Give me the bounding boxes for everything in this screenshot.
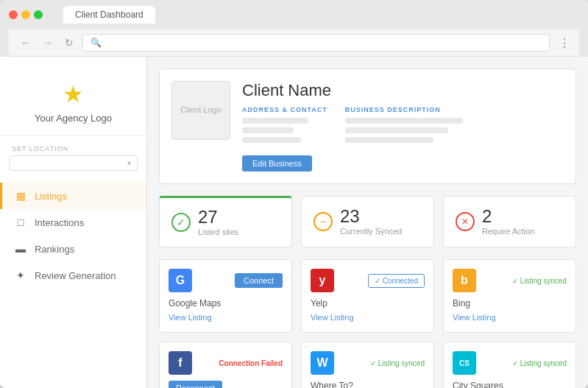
business-line-3 — [345, 137, 433, 143]
x-circle-icon: ✕ — [456, 212, 475, 231]
listings-grid: G Connect Google Maps View Listing y ✓ C… — [159, 259, 576, 388]
edit-business-button[interactable]: Edit Business — [242, 155, 312, 172]
listing-name: Bing — [453, 298, 567, 308]
main-content: Client Logo Client Name Address & Contac… — [147, 57, 588, 388]
stat-label: Listed sites — [198, 227, 238, 236]
sidebar-item-label: Interactions — [35, 217, 84, 228]
rankings-icon: ▬ — [14, 243, 27, 255]
browser-chrome: Client Dashboard ← → ↻ 🔍 ⋮ — [0, 0, 588, 57]
review-icon: ✦ — [14, 269, 27, 281]
business-section-title: Business Description — [345, 106, 463, 113]
stat-label: Currently Synced — [340, 227, 402, 236]
refresh-button[interactable]: ↻ — [62, 35, 77, 50]
star-icon: ★ — [63, 80, 84, 108]
view-listing-link[interactable]: View Listing — [453, 313, 496, 322]
browser-nav: ← → ↻ 🔍 ⋮ — [9, 29, 579, 57]
list-item: y ✓ Connected Yelp View Listing — [301, 259, 434, 333]
sidebar-item-listings[interactable]: ▦ Listings — [0, 183, 146, 209]
minus-circle-icon: − — [314, 212, 333, 231]
synced-label: ✓ Listing synced — [370, 359, 425, 367]
check-icon: ✓ — [375, 277, 380, 285]
google-maps-logo: G — [169, 269, 192, 292]
client-logo: Client Logo — [171, 81, 230, 140]
search-icon: 🔍 — [91, 38, 102, 48]
tab-title: Client Dashboard — [75, 10, 144, 20]
sidebar-item-label: Review Generation — [35, 270, 116, 281]
maximize-traffic-light[interactable] — [34, 10, 43, 19]
sidebar-item-label: Rankings — [35, 244, 74, 255]
sidebar-item-interactions[interactable]: □ Interactions — [0, 209, 146, 236]
business-line-2 — [345, 127, 448, 133]
connection-failed-area: Connection Failed — [219, 359, 283, 367]
citysquares-logo: CS — [453, 351, 476, 375]
listing-header: f Connection Failed — [169, 351, 283, 375]
chevron-down-icon: ▾ — [127, 159, 131, 167]
stat-listed: ✓ 27 Listed sites — [159, 196, 292, 247]
client-sections: Address & Contact Business Description — [242, 106, 564, 147]
stat-info: 2 Require Action — [482, 208, 535, 236]
interactions-icon: □ — [14, 216, 27, 228]
sidebar-item-review-generation[interactable]: ✦ Review Generation — [0, 262, 146, 289]
view-listing-link[interactable]: View Listing — [311, 313, 354, 322]
listing-name: Yelp — [311, 298, 425, 308]
sidebar-item-rankings[interactable]: ▬ Rankings — [0, 236, 146, 262]
check-circle-icon: ✓ — [512, 359, 518, 367]
business-line-1 — [345, 118, 463, 124]
agency-logo-area: ★ Your Agency Logo — [0, 68, 146, 136]
stat-action: ✕ 2 Require Action — [443, 196, 576, 247]
back-button[interactable]: ← — [18, 35, 34, 50]
synced-label: ✓ Listing synced — [512, 359, 567, 367]
stat-label: Require Action — [482, 227, 535, 236]
address-line-2 — [242, 127, 294, 133]
stat-info: 23 Currently Synced — [340, 208, 402, 236]
address-bar[interactable]: 🔍 — [82, 34, 550, 52]
connected-badge: ✓ Connected — [368, 274, 425, 288]
set-location-label: Set Location — [0, 145, 146, 155]
stat-number: 2 — [482, 208, 535, 225]
check-circle-icon: ✓ — [512, 277, 518, 285]
listing-header: CS ✓ Listing synced — [453, 351, 567, 375]
listing-header: y ✓ Connected — [311, 269, 425, 292]
client-info: Client Name Address & Contact Business D… — [242, 81, 564, 172]
view-listing-link[interactable]: View Listing — [169, 313, 212, 322]
agency-logo-text: Your Agency Logo — [35, 113, 112, 124]
stat-synced: − 23 Currently Synced — [301, 196, 434, 247]
location-dropdown[interactable]: ▾ — [9, 155, 138, 171]
listing-header: b ✓ Listing synced — [453, 269, 567, 292]
list-item: f Connection Failed Reconnect Facebook V… — [159, 342, 292, 388]
browser-window: Client Dashboard ← → ↻ 🔍 ⋮ ★ Your Agency… — [0, 0, 588, 388]
list-item: G Connect Google Maps View Listing — [159, 259, 292, 333]
listing-header: W ✓ Listing synced — [311, 351, 425, 375]
business-section: Business Description — [345, 106, 463, 147]
listing-name: City Squares — [453, 381, 567, 388]
browser-menu-icon[interactable]: ⋮ — [559, 36, 570, 50]
check-circle-icon: ✓ — [370, 359, 376, 367]
connect-button[interactable]: Connect — [235, 273, 283, 288]
minimize-traffic-light[interactable] — [21, 10, 30, 19]
sidebar-item-label: Listings — [35, 191, 67, 202]
client-name: Client Name — [242, 81, 564, 100]
sidebar: ★ Your Agency Logo Set Location ▾ ▦ List… — [0, 57, 147, 388]
yelp-logo: y — [311, 269, 334, 292]
listing-name: Where To? — [311, 381, 425, 388]
client-header: Client Logo Client Name Address & Contac… — [159, 68, 576, 184]
traffic-lights — [9, 10, 43, 19]
close-traffic-light[interactable] — [9, 10, 18, 19]
bing-logo: b — [453, 269, 476, 292]
list-item: b ✓ Listing synced Bing View Listing — [443, 259, 576, 333]
address-line-3 — [242, 137, 301, 143]
address-line-1 — [242, 118, 308, 124]
facebook-logo: f — [169, 351, 192, 375]
address-section: Address & Contact — [242, 106, 327, 147]
app-body: ★ Your Agency Logo Set Location ▾ ▦ List… — [0, 57, 588, 388]
synced-label: ✓ Listing synced — [512, 277, 567, 285]
failed-label: Connection Failed — [219, 359, 283, 367]
list-item: W ✓ Listing synced Where To? View Listin… — [301, 342, 434, 388]
browser-tab[interactable]: Client Dashboard — [63, 6, 155, 24]
listings-icon: ▦ — [14, 190, 27, 202]
reconnect-button[interactable]: Reconnect — [169, 381, 222, 388]
check-circle-icon: ✓ — [171, 213, 191, 232]
stats-row: ✓ 27 Listed sites − 23 Currently Synced … — [159, 196, 576, 247]
listing-name: Google Maps — [169, 298, 283, 308]
forward-button[interactable]: → — [40, 35, 56, 50]
